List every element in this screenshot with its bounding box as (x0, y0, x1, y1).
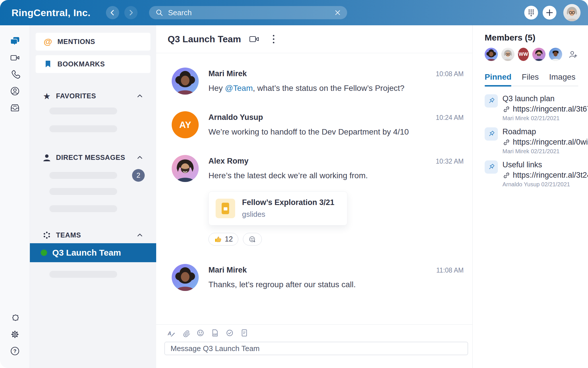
message-row: Mari Mirek 11:08 AM Thanks, let’s regrou… (172, 264, 464, 291)
members-title: Members (5) (485, 33, 578, 43)
nav-phone[interactable] (7, 66, 23, 83)
add-reaction-button[interactable] (243, 233, 262, 246)
section-label: DIRECT MESSAGES (56, 154, 125, 162)
unread-badge: 2 (132, 169, 145, 182)
message-author[interactable]: Arnaldo Yusup (208, 113, 263, 122)
message-author[interactable]: Mari Mirek (208, 69, 247, 78)
member-avatar-5[interactable] (549, 48, 562, 61)
chevron-up-icon[interactable] (136, 231, 144, 239)
message-row: AY Arnaldo Yusup 10:24 AM We’re working … (172, 111, 464, 138)
nav-settings[interactable] (7, 326, 23, 343)
attachment-source: gslides (242, 210, 334, 219)
tab-images[interactable]: Images (549, 72, 575, 86)
format-button[interactable]: A (167, 329, 175, 337)
nav-messages[interactable] (7, 33, 23, 49)
member-avatar-1[interactable] (485, 48, 498, 61)
pinned-link[interactable]: https://ringcentr.al/3t67 (502, 105, 588, 114)
pinned-item[interactable]: Q3 launch plan https://ringcentr.al/3t67… (485, 94, 578, 122)
note-button[interactable] (240, 329, 249, 337)
tab-files[interactable]: Files (522, 72, 539, 86)
sidebar-item-label: BOOKMARKS (57, 60, 105, 68)
search-input[interactable] (168, 8, 334, 17)
selected-team-label: Q3 Launch Team (52, 248, 121, 258)
avatar-alex-romy[interactable] (172, 155, 199, 182)
gif-button[interactable]: GIF (211, 329, 219, 337)
help-icon: ? (10, 346, 20, 356)
nav-video[interactable] (7, 49, 23, 66)
nav-help[interactable]: ? (7, 343, 23, 359)
nav-fax[interactable] (7, 99, 23, 116)
pinned-item[interactable]: Roadmap https://ringcentr.al/0wi7 Mari M… (485, 127, 578, 155)
chevron-up-icon[interactable] (136, 92, 144, 100)
pinned-title: Roadmap (502, 127, 588, 136)
mention-at-icon: @ (43, 37, 53, 47)
clear-search-icon[interactable] (334, 9, 341, 16)
new-actions-button[interactable] (543, 6, 556, 20)
current-user-avatar[interactable] (563, 4, 581, 21)
sidebar-item-q3-launch-team[interactable]: Q3 Launch Team (30, 243, 156, 262)
message-text-part: , what’s the status on the Fellow’s Proj… (253, 84, 404, 93)
back-button[interactable] (106, 6, 119, 19)
favorite-item-placeholder[interactable] (49, 125, 117, 132)
emoji-button[interactable] (196, 329, 205, 337)
pinned-meta: Arnaldo Yusup 02/21/2021 (502, 181, 588, 188)
member-avatar-3[interactable]: WW (518, 48, 529, 61)
reaction-count: 12 (225, 235, 233, 243)
forward-button[interactable] (124, 6, 138, 19)
message-author[interactable]: Mari Mirek (208, 266, 247, 275)
avatar-arnaldo-yusup[interactable]: AY (172, 111, 199, 138)
section-favorites[interactable]: ★ FAVORITES (30, 91, 156, 101)
thumbs-up-reaction[interactable]: 12 (208, 233, 238, 246)
kebab-menu-icon (272, 34, 275, 44)
pinned-link[interactable]: https://ringcentr.al/0wi7 (502, 138, 588, 147)
conversation-menu-button[interactable] (267, 33, 280, 45)
start-video-button[interactable] (248, 33, 260, 45)
search-bar[interactable] (149, 6, 347, 19)
section-direct-messages[interactable]: DIRECT MESSAGES (30, 152, 156, 163)
dm-item-placeholder[interactable] (49, 205, 117, 212)
team-item-placeholder[interactable] (49, 271, 117, 278)
thumbs-up-emoji (214, 235, 222, 243)
dm-item-placeholder[interactable] (49, 172, 117, 179)
member-avatar-4[interactable] (532, 48, 546, 61)
nav-apps[interactable] (7, 309, 23, 326)
favorite-item-placeholder[interactable] (49, 108, 117, 114)
svg-text:?: ? (13, 348, 16, 354)
link-icon (502, 105, 510, 113)
composer-toolbar: A GIF (167, 329, 468, 337)
phone-icon (10, 69, 20, 80)
pinned-item[interactable]: Useful links https://ringcentr.al/3t24 A… (485, 160, 578, 188)
pin-icon (485, 94, 498, 108)
dm-item-row[interactable]: 2 (30, 169, 156, 182)
check-circle-icon (225, 329, 234, 337)
nav-contacts[interactable] (7, 83, 23, 99)
add-member-button[interactable] (568, 49, 578, 60)
team-mention-link[interactable]: @Team (225, 84, 253, 93)
chat-header: Q3 Launch Team (156, 25, 472, 53)
task-button[interactable] (225, 329, 234, 337)
pinned-link[interactable]: https://ringcentr.al/3t24 (502, 171, 588, 180)
dialpad-button[interactable] (524, 6, 538, 20)
plus-icon (546, 9, 553, 16)
section-label: TEAMS (56, 231, 81, 239)
avatar-mari-mirek[interactable] (172, 68, 199, 95)
message-author[interactable]: Alex Romy (208, 157, 249, 166)
message-time: 10:24 AM (436, 114, 464, 122)
person-add-icon (568, 50, 578, 59)
section-teams[interactable]: TEAMS (30, 230, 156, 240)
tab-pinned[interactable]: Pinned (485, 72, 511, 86)
pin-icon (485, 160, 498, 174)
attachment-card[interactable]: Fellow’s Exploration 3/21 gslides (208, 191, 347, 225)
avatar-mari-mirek[interactable] (172, 264, 199, 291)
left-rail: ? (0, 25, 30, 368)
member-avatar-2[interactable] (501, 48, 514, 61)
sidebar-item-bookmarks[interactable]: BOOKMARKS (36, 55, 150, 73)
dm-item-placeholder[interactable] (49, 188, 117, 195)
chevron-up-icon[interactable] (136, 154, 144, 161)
teams-icon (42, 231, 52, 240)
paperclip-icon (181, 329, 190, 337)
message-input[interactable] (165, 342, 468, 355)
app-title: RingCentral, Inc. (11, 7, 90, 18)
attach-button[interactable] (181, 329, 190, 337)
sidebar-item-mentions[interactable]: @ MENTIONS (36, 33, 150, 51)
